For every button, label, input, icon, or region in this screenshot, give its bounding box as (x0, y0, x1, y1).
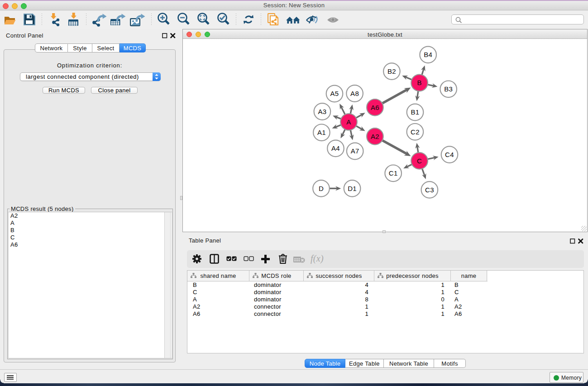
svg-text:B1: B1 (411, 108, 420, 116)
svg-text:C1: C1 (389, 169, 398, 177)
svg-text:A: A (346, 118, 351, 126)
svg-text:A7: A7 (351, 147, 359, 155)
svg-text:B4: B4 (424, 51, 432, 58)
svg-text:D: D (319, 185, 324, 192)
svg-text:B: B (417, 79, 421, 86)
svg-text:A6: A6 (371, 104, 379, 111)
svg-text:B3: B3 (444, 85, 453, 93)
svg-text:C: C (417, 157, 422, 165)
svg-text:A8: A8 (350, 90, 359, 97)
svg-text:D1: D1 (348, 185, 357, 192)
svg-text:C3: C3 (425, 186, 434, 194)
svg-text:B2: B2 (387, 67, 396, 75)
svg-text:A2: A2 (371, 133, 379, 140)
svg-text:A5: A5 (330, 90, 339, 97)
svg-text:C4: C4 (445, 151, 454, 158)
svg-text:C2: C2 (411, 128, 420, 136)
svg-text:A3: A3 (318, 108, 326, 115)
svg-text:A4: A4 (331, 144, 340, 152)
svg-text:A1: A1 (317, 129, 326, 136)
